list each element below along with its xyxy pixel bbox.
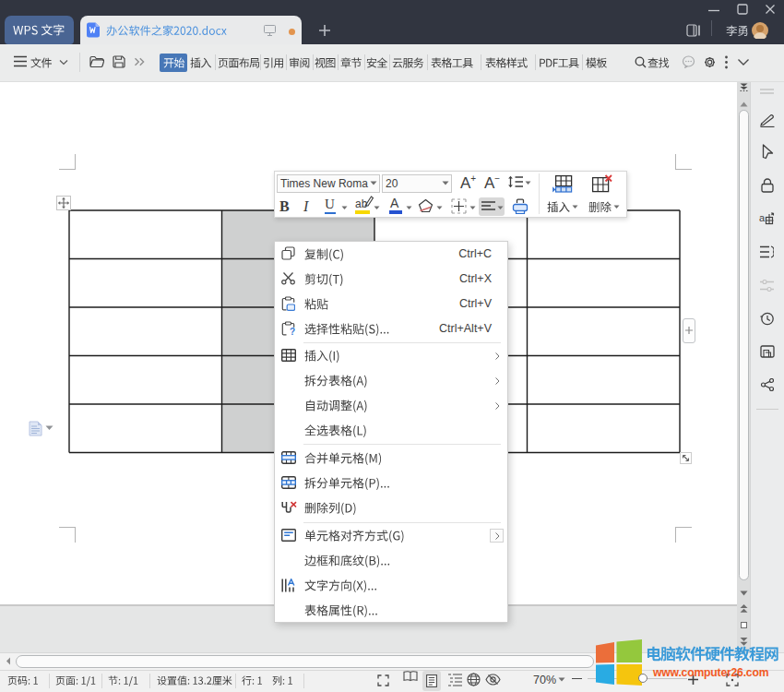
svg-text:a: a: [759, 212, 766, 223]
svg-text:?: ?: [290, 327, 295, 337]
